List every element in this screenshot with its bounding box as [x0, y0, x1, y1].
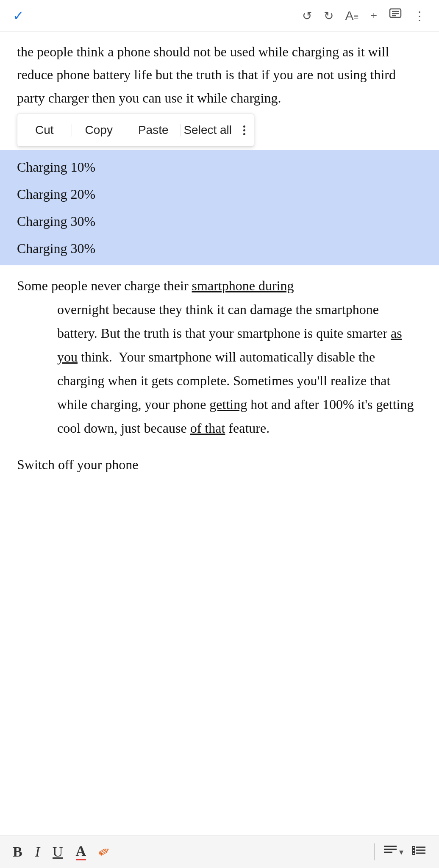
select-all-button[interactable]: Select all	[181, 119, 235, 141]
font-format-icon[interactable]: A≡	[345, 8, 359, 23]
selected-line-3: Charging 30%	[17, 208, 422, 235]
italic-button[interactable]: I	[35, 844, 40, 860]
more-options-icon[interactable]: ⋮	[414, 9, 426, 23]
check-icon[interactable]: ✓	[13, 8, 24, 24]
cut-button[interactable]: Cut	[17, 119, 72, 141]
add-icon[interactable]: +	[370, 9, 377, 22]
as-you-link[interactable]: as you	[57, 326, 402, 364]
top-toolbar: ✓ ↺ ↻ A≡ + ⋮	[0, 0, 439, 32]
undo-icon[interactable]: ↺	[302, 9, 312, 23]
body-paragraph-1: Some people never charge their smartphon…	[17, 274, 422, 440]
comment-icon[interactable]	[389, 8, 402, 24]
getting-link[interactable]: getting	[209, 397, 247, 412]
font-color-button[interactable]: A	[76, 843, 86, 860]
top-paragraph-text: the people think a phone should not be u…	[17, 40, 422, 109]
svg-rect-10	[413, 846, 415, 849]
context-menu: Cut Copy Paste Select all	[17, 114, 254, 147]
bold-button[interactable]: B	[13, 844, 22, 860]
paste-button[interactable]: Paste	[126, 119, 181, 141]
selected-line-1: Charging 10%	[17, 153, 422, 181]
highlight-button[interactable]: ✏	[95, 842, 113, 861]
align-icon	[383, 844, 397, 859]
body-text-section: Some people never charge their smartphon…	[0, 265, 439, 485]
of-that-link[interactable]: of that	[190, 420, 225, 436]
toolbar-left-group: ✓	[13, 8, 24, 24]
toolbar-right-group: ↺ ↻ A≡ + ⋮	[302, 8, 426, 24]
align-chevron-icon: ▾	[399, 847, 403, 857]
align-dropdown[interactable]: ▾	[383, 844, 403, 859]
selected-line-4: Charging 30%	[17, 235, 422, 262]
underline-button[interactable]: U	[53, 844, 63, 860]
smartphone-link-1[interactable]: smartphone during	[192, 278, 294, 293]
svg-rect-11	[413, 849, 415, 851]
list-button[interactable]	[412, 845, 426, 859]
bottom-toolbar: B I U A ✏ ▾	[0, 835, 439, 868]
svg-rect-12	[413, 852, 415, 854]
toolbar-divider	[374, 843, 375, 860]
switch-off-text: Switch off your phone	[17, 453, 422, 477]
doc-top-paragraph: the people think a phone should not be u…	[0, 32, 439, 109]
copy-button[interactable]: Copy	[72, 119, 126, 141]
align-group: ▾	[383, 844, 426, 859]
selected-line-2: Charging 20%	[17, 181, 422, 208]
context-more-icon[interactable]	[235, 125, 254, 135]
format-group: B I U A ✏	[13, 843, 365, 860]
selected-text-block: Charging 10% Charging 20% Charging 30% C…	[0, 150, 439, 265]
redo-icon[interactable]: ↻	[324, 9, 333, 23]
